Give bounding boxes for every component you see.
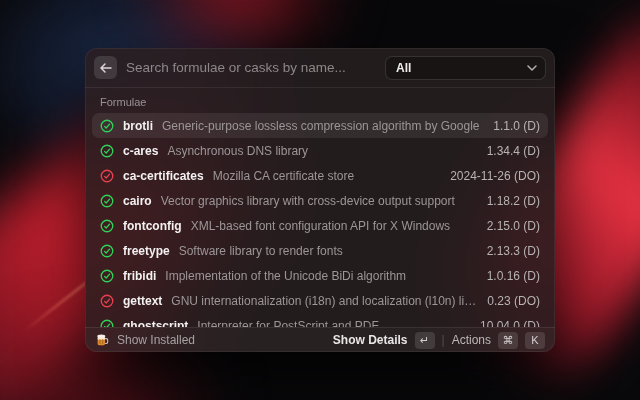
k-key-badge[interactable]: K (525, 332, 545, 349)
check-circle-icon (100, 144, 114, 158)
formula-description: XML-based font configuration API for X W… (191, 219, 478, 233)
list-item[interactable]: ghostscript Interpreter for PostScript a… (92, 313, 548, 327)
search-palette-window: Search formulae or casks by name... All … (85, 48, 555, 352)
return-key-badge[interactable]: ↵ (415, 332, 435, 349)
formula-description: Asynchronous DNS library (167, 144, 477, 158)
formula-description: Mozilla CA certificate store (213, 169, 441, 183)
check-circle-icon (100, 194, 114, 208)
footer-left: Show Installed (95, 333, 325, 347)
formula-version: 1.34.4 (D) (487, 144, 540, 158)
arrow-left-icon (100, 63, 112, 73)
formula-name: ghostscript (123, 319, 188, 328)
search-header: Search formulae or casks by name... All (85, 48, 555, 88)
list-item[interactable]: gettext GNU internationalization (i18n) … (92, 288, 548, 313)
check-circle-icon (100, 169, 114, 183)
footer-right: Show Details ↵ | Actions ⌘ K (333, 332, 545, 349)
check-circle-icon (100, 294, 114, 308)
list-item[interactable]: ca-certificates Mozilla CA certificate s… (92, 163, 548, 188)
chevron-down-icon (527, 65, 537, 71)
formula-version: 2024-11-26 (DO) (450, 169, 540, 183)
check-circle-icon (100, 119, 114, 133)
formula-version: 10.04.0 (D) (480, 319, 540, 328)
check-circle-icon (100, 219, 114, 233)
cmd-key-badge[interactable]: ⌘ (498, 332, 518, 349)
results-list-area: Formulae brotli Generic-purpose lossless… (85, 88, 555, 327)
formula-version: 2.13.3 (D) (487, 244, 540, 258)
formula-version: 1.18.2 (D) (487, 194, 540, 208)
formula-name: ca-certificates (123, 169, 204, 183)
footer-divider: | (442, 333, 445, 347)
formula-description: Vector graphics library with cross-devic… (161, 194, 478, 208)
list-item[interactable]: brotli Generic-purpose lossless compress… (92, 113, 548, 138)
show-details-button[interactable]: Show Details (333, 333, 408, 347)
back-button[interactable] (94, 56, 117, 79)
search-input[interactable]: Search formulae or casks by name... (126, 60, 385, 75)
formula-name: brotli (123, 119, 153, 133)
formula-name: c-ares (123, 144, 158, 158)
section-label: Formulae (85, 88, 555, 113)
formula-name: cairo (123, 194, 152, 208)
formulae-list: brotli Generic-purpose lossless compress… (85, 113, 555, 327)
show-installed-toggle[interactable]: Show Installed (117, 333, 195, 347)
formula-version: 1.1.0 (D) (493, 119, 540, 133)
filter-selected-value: All (396, 61, 527, 75)
beer-mug-icon (95, 333, 109, 347)
actions-button[interactable]: Actions (452, 333, 491, 347)
filter-dropdown[interactable]: All (385, 56, 546, 80)
formula-description: Software library to render fonts (179, 244, 478, 258)
formula-description: Implementation of the Unicode BiDi algor… (165, 269, 477, 283)
list-item[interactable]: freetype Software library to render font… (92, 238, 548, 263)
formula-name: fribidi (123, 269, 156, 283)
formula-version: 0.23 (DO) (487, 294, 540, 308)
formula-name: freetype (123, 244, 170, 258)
list-item[interactable]: fribidi Implementation of the Unicode Bi… (92, 263, 548, 288)
list-item[interactable]: fontconfig XML-based font configuration … (92, 213, 548, 238)
check-circle-icon (100, 244, 114, 258)
formula-description: Interpreter for PostScript and PDF (197, 319, 471, 328)
list-item[interactable]: cairo Vector graphics library with cross… (92, 188, 548, 213)
check-circle-icon (100, 319, 114, 328)
formula-name: gettext (123, 294, 162, 308)
list-item[interactable]: c-ares Asynchronous DNS library 1.34.4 (… (92, 138, 548, 163)
check-circle-icon (100, 269, 114, 283)
footer-bar: Show Installed Show Details ↵ | Actions … (85, 327, 555, 352)
formula-version: 1.0.16 (D) (487, 269, 540, 283)
formula-description: GNU internationalization (i18n) and loca… (171, 294, 478, 308)
formula-name: fontconfig (123, 219, 182, 233)
formula-version: 2.15.0 (D) (487, 219, 540, 233)
formula-description: Generic-purpose lossless compression alg… (162, 119, 484, 133)
